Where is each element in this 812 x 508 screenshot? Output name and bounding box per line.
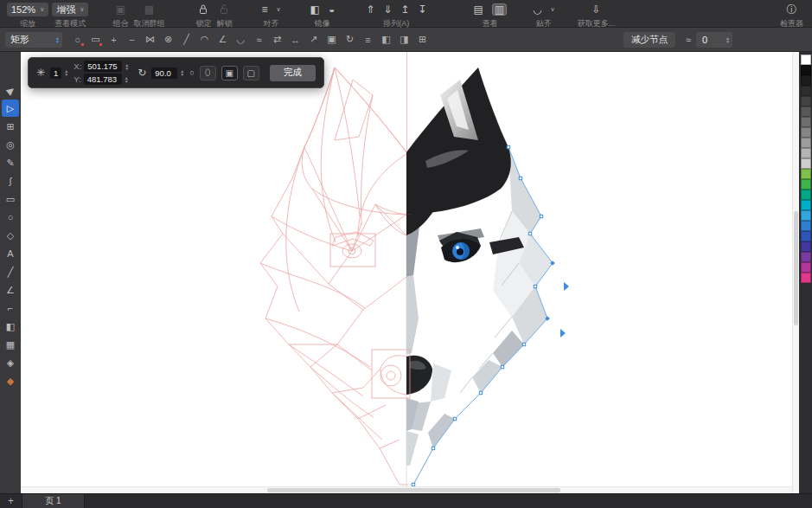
add-node-icon[interactable]: + bbox=[105, 32, 122, 48]
color-swatch[interactable] bbox=[801, 127, 811, 138]
smooth-node-icon[interactable]: ◡ bbox=[233, 32, 249, 48]
shape-type-combo[interactable]: 矩形 ▲▼ bbox=[5, 32, 62, 48]
scrollbar-thumb[interactable] bbox=[794, 211, 798, 326]
mesh-fill-tool[interactable]: ▦ bbox=[2, 336, 19, 353]
smoothness-spinner[interactable]: 0 ▲▼ bbox=[696, 32, 732, 48]
inspector-info-icon[interactable]: ⓘ bbox=[787, 4, 797, 15]
color-swatch[interactable] bbox=[801, 169, 811, 179]
stepper-icon[interactable]: ▲▼ bbox=[64, 69, 68, 76]
color-swatch[interactable] bbox=[801, 148, 811, 158]
mirror-vertical-icon[interactable]: ◒ bbox=[329, 4, 335, 15]
color-swatch[interactable] bbox=[801, 262, 811, 273]
color-swatch[interactable] bbox=[801, 231, 811, 241]
husky-artwork[interactable] bbox=[233, 59, 579, 490]
page-tab[interactable]: 页 1 bbox=[22, 494, 85, 508]
convert-to-curve-icon[interactable]: ◠ bbox=[196, 32, 213, 48]
back-one-icon[interactable]: ↧ bbox=[418, 4, 426, 15]
forward-one-icon[interactable]: ↥ bbox=[400, 4, 409, 15]
done-button[interactable]: 完成 bbox=[270, 65, 316, 81]
chevron-down-icon[interactable]: ∨ bbox=[551, 6, 555, 13]
view-grid-icon[interactable]: ▥ bbox=[492, 3, 507, 16]
color-swatch[interactable] bbox=[801, 221, 811, 231]
add-page-button[interactable]: + bbox=[0, 494, 22, 508]
ellipse-mode-icon[interactable]: ○ bbox=[69, 32, 86, 48]
stepper-icon[interactable]: ▲▼ bbox=[125, 76, 129, 83]
reflect-horizontal-icon[interactable]: ◧ bbox=[378, 32, 394, 48]
stretch-nodes-icon[interactable]: ▣ bbox=[323, 32, 340, 48]
polygon-tool[interactable]: ◇ bbox=[2, 227, 19, 244]
curve-tool[interactable]: ∫ bbox=[2, 172, 19, 190]
convert-to-line-icon[interactable]: ╱ bbox=[178, 32, 195, 48]
line-tool[interactable]: ╱ bbox=[2, 263, 19, 280]
shape-tool[interactable]: ▷ bbox=[2, 100, 19, 117]
mirror-horizontal-icon[interactable]: ◧ bbox=[310, 4, 320, 15]
color-swatch[interactable] bbox=[801, 158, 811, 169]
download-icon[interactable]: ⇩ bbox=[591, 4, 600, 15]
symmetrical-node-icon[interactable]: ≈ bbox=[251, 32, 267, 48]
group-objects-icon[interactable]: ▣ bbox=[116, 4, 125, 15]
color-swatch[interactable] bbox=[801, 117, 811, 127]
ellipse-tool[interactable]: ○ bbox=[2, 209, 19, 226]
delete-node-icon[interactable]: − bbox=[124, 32, 140, 48]
freehand-tool[interactable]: ✎ bbox=[2, 154, 19, 171]
break-curve-icon[interactable]: ⊗ bbox=[160, 32, 176, 48]
color-swatch[interactable] bbox=[801, 138, 811, 148]
anchor-point-icon[interactable]: ○ bbox=[189, 68, 194, 77]
join-nodes-icon[interactable]: ⋈ bbox=[142, 32, 158, 48]
copies-field[interactable]: 1 bbox=[50, 68, 61, 79]
view-rulers-icon[interactable]: ▤ bbox=[473, 4, 483, 15]
outline-pen-tool[interactable]: ◈ bbox=[2, 354, 19, 371]
pick-tool[interactable]: ▶ bbox=[0, 78, 22, 102]
stepper-icon[interactable]: ▲▼ bbox=[180, 69, 184, 76]
color-swatch[interactable] bbox=[801, 190, 811, 200]
apply-to-duplicate-button[interactable]: ▣ bbox=[221, 66, 238, 80]
color-swatch[interactable] bbox=[801, 86, 811, 96]
color-swatch[interactable] bbox=[801, 241, 811, 252]
zoom-dropdown[interactable]: 152% ∨ bbox=[7, 3, 48, 16]
zoom-tool[interactable]: ◎ bbox=[2, 136, 19, 153]
drawing-canvas[interactable]: ✳ 1 ▲▼ X: 501.175 ▲▼ bbox=[21, 52, 792, 493]
color-swatch[interactable] bbox=[801, 65, 811, 75]
x-field[interactable]: 501.175 bbox=[84, 61, 122, 72]
color-swatch[interactable] bbox=[801, 55, 811, 65]
extract-subpath-icon[interactable]: ↗ bbox=[305, 32, 322, 48]
fill-color-well[interactable]: ◆ bbox=[2, 372, 19, 389]
ellipse-option-button[interactable]: ⬯ bbox=[200, 66, 216, 80]
view-mode-dropdown[interactable]: 增强 ∨ bbox=[52, 3, 88, 16]
vertical-scrollbar[interactable] bbox=[792, 52, 799, 493]
scrollbar-thumb[interactable] bbox=[267, 488, 560, 492]
color-swatch[interactable] bbox=[801, 179, 811, 190]
interactive-fill-tool[interactable]: ◧ bbox=[2, 318, 19, 335]
color-swatch[interactable] bbox=[801, 273, 811, 283]
text-tool[interactable]: A bbox=[2, 245, 19, 262]
angle-field[interactable]: 90.0 bbox=[151, 68, 177, 79]
reduce-nodes-button[interactable]: 减少节点 bbox=[623, 32, 675, 48]
color-swatch[interactable] bbox=[801, 106, 811, 117]
snap-magnet-icon[interactable]: ◡ bbox=[533, 4, 541, 15]
lock-icon[interactable] bbox=[198, 3, 208, 16]
to-back-icon[interactable]: ⇓ bbox=[383, 4, 392, 15]
ungroup-objects-icon[interactable]: ▩ bbox=[144, 4, 154, 15]
extend-curve-icon[interactable]: ↔ bbox=[287, 32, 304, 48]
rect-mode-icon[interactable]: ▭ bbox=[87, 32, 104, 48]
color-swatch[interactable] bbox=[801, 75, 811, 86]
weld-option-button[interactable]: ▢ bbox=[243, 66, 259, 80]
connector-tool[interactable]: ⌐ bbox=[2, 299, 19, 317]
unlock-icon[interactable] bbox=[219, 3, 229, 16]
cusp-node-icon[interactable]: ∠ bbox=[214, 32, 231, 48]
color-swatch[interactable] bbox=[801, 252, 811, 262]
color-swatch[interactable] bbox=[801, 200, 811, 210]
dimension-tool[interactable]: ∠ bbox=[2, 281, 19, 299]
select-all-nodes-icon[interactable]: ⊞ bbox=[414, 32, 431, 48]
horizontal-scrollbar[interactable] bbox=[21, 486, 792, 493]
y-field[interactable]: 481.783 bbox=[84, 74, 122, 85]
rectangle-tool[interactable]: ▭ bbox=[2, 190, 19, 208]
stepper-icon[interactable]: ▲▼ bbox=[125, 63, 129, 70]
reflect-vertical-icon[interactable]: ◨ bbox=[396, 32, 412, 48]
chevron-down-icon[interactable]: ∨ bbox=[276, 6, 280, 13]
align-icon[interactable]: ≡ bbox=[261, 4, 267, 15]
color-swatch[interactable] bbox=[801, 210, 811, 221]
color-swatch[interactable] bbox=[801, 96, 811, 106]
to-front-icon[interactable]: ⇑ bbox=[366, 4, 374, 15]
rotate-nodes-icon[interactable]: ↻ bbox=[342, 32, 358, 48]
